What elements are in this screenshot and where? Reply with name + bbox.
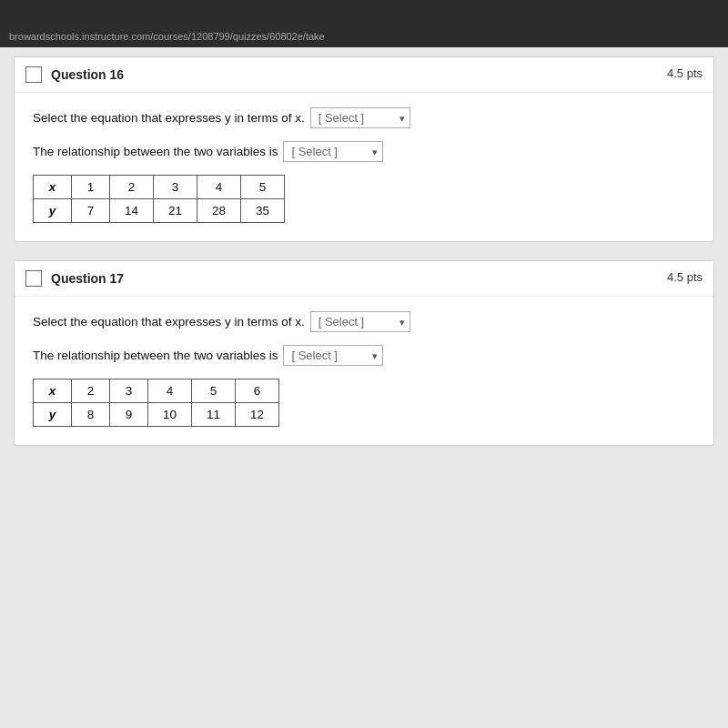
question-pts-16: 4.5 pts <box>667 66 703 80</box>
question-line1-text-16: Select the equation that expresses y in … <box>33 111 305 125</box>
y-val-3-17: 10 <box>148 403 192 427</box>
x-val-3-17: 4 <box>148 379 192 403</box>
x-val-5-16: 5 <box>241 176 285 199</box>
data-table-17: x 2 3 4 5 6 y 8 9 10 11 12 <box>33 379 279 427</box>
question-line1-16: Select the equation that expresses y in … <box>33 107 695 128</box>
question-line1-17: Select the equation that expresses y in … <box>33 311 695 332</box>
x-val-1-17: 2 <box>72 379 110 403</box>
question-card-16: Question 16 4.5 pts Select the equation … <box>14 56 714 242</box>
x-val-2-16: 2 <box>110 176 154 199</box>
relationship-select-16[interactable]: [ Select ] <box>283 141 383 162</box>
x-val-4-17: 5 <box>192 379 236 403</box>
y-label-16: y <box>34 199 72 223</box>
relationship-select-17[interactable]: [ Select ] <box>283 345 383 366</box>
y-val-5-17: 12 <box>236 403 279 427</box>
equation-select-17[interactable]: [ Select ] <box>310 311 410 332</box>
table-row-y-16: y 7 14 21 28 35 <box>34 199 285 223</box>
y-val-5-16: 35 <box>241 199 285 223</box>
y-val-3-16: 21 <box>154 199 197 223</box>
x-label-16: x <box>34 176 72 199</box>
data-table-16: x 1 2 3 4 5 y 7 14 21 28 35 <box>33 175 285 223</box>
select-wrapper-2-16: [ Select ] <box>283 141 383 162</box>
x-label-17: x <box>34 379 72 403</box>
url-bar: browardschools.instructure.com/courses/1… <box>9 31 325 42</box>
table-row-x-16: x 1 2 3 4 5 <box>34 176 285 199</box>
y-val-2-17: 9 <box>110 403 148 427</box>
y-label-17: y <box>34 403 72 427</box>
question-title-16: Question 16 <box>51 67 124 82</box>
x-val-1-16: 1 <box>72 176 110 199</box>
question-header-17: Question 17 4.5 pts <box>15 261 713 297</box>
question-checkbox-17[interactable] <box>25 270 42 287</box>
table-row-x-17: x 2 3 4 5 6 <box>34 379 279 403</box>
question-card-17: Question 17 4.5 pts Select the equation … <box>14 260 714 446</box>
y-val-4-16: 28 <box>197 199 241 223</box>
question-pts-17: 4.5 pts <box>667 270 703 284</box>
question-line2-text-16: The relationship between the two variabl… <box>33 145 278 158</box>
select-wrapper-1-17: [ Select ] <box>310 311 410 332</box>
y-val-1-16: 7 <box>72 199 110 223</box>
x-val-5-17: 6 <box>236 379 279 403</box>
question-checkbox-16[interactable] <box>25 66 42 83</box>
question-body-17: Select the equation that expresses y in … <box>15 297 713 445</box>
table-row-y-17: y 8 9 10 11 12 <box>34 403 279 427</box>
question-title-17: Question 17 <box>51 271 124 286</box>
equation-select-16[interactable]: [ Select ] <box>310 107 410 128</box>
x-val-4-16: 4 <box>197 176 241 199</box>
x-val-2-17: 3 <box>110 379 148 403</box>
content-area: Question 16 4.5 pts Select the equation … <box>0 47 728 728</box>
question-header-16: Question 16 4.5 pts <box>15 57 713 93</box>
question-line2-17: The relationship between the two variabl… <box>33 345 695 366</box>
y-val-1-17: 8 <box>72 403 110 427</box>
select-wrapper-2-17: [ Select ] <box>283 345 383 366</box>
question-line1-text-17: Select the equation that expresses y in … <box>33 315 305 329</box>
question-line2-text-17: The relationship between the two variabl… <box>33 349 278 362</box>
question-line2-16: The relationship between the two variabl… <box>33 141 695 162</box>
y-val-4-17: 11 <box>192 403 236 427</box>
y-val-2-16: 14 <box>110 199 154 223</box>
question-body-16: Select the equation that expresses y in … <box>15 93 713 241</box>
select-wrapper-1-16: [ Select ] <box>310 107 410 128</box>
x-val-3-16: 3 <box>154 176 197 199</box>
browser-chrome: browardschools.instructure.com/courses/1… <box>0 0 728 47</box>
